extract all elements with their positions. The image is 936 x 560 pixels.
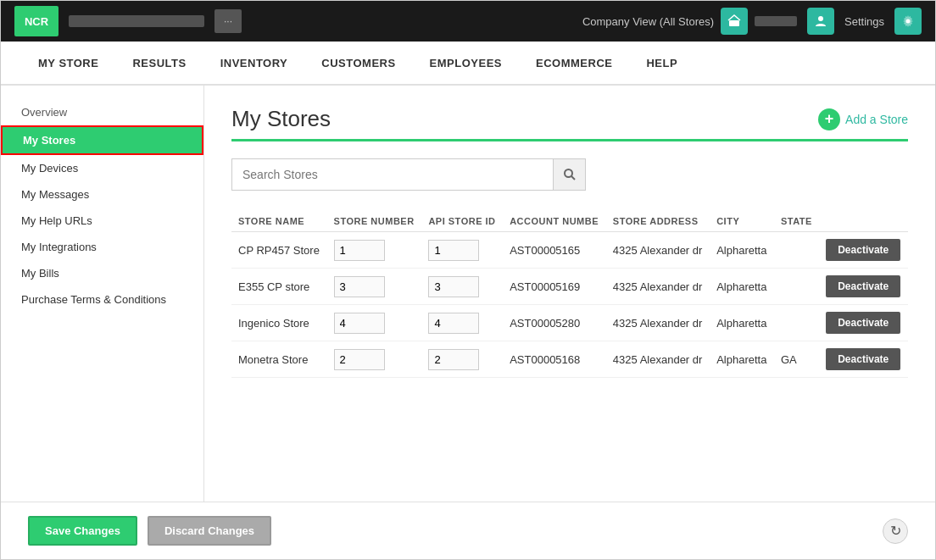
- svg-line-4: [571, 176, 575, 180]
- nav-item-employees[interactable]: EMPLOYEES: [413, 41, 519, 85]
- api-store-id-input[interactable]: [428, 240, 479, 261]
- table-row: Ingenico Store AST00005280 4325 Alexande…: [231, 305, 908, 341]
- sidebar-item-my-devices[interactable]: My Devices: [1, 155, 203, 181]
- store-address-cell: 4325 Alexander dr: [606, 305, 710, 341]
- ellipsis-icon: ···: [224, 15, 232, 27]
- svg-point-3: [565, 169, 572, 177]
- main-header: My Stores + Add a Store: [231, 106, 908, 132]
- add-store-plus-icon: +: [818, 108, 840, 130]
- navbar: MY STORE RESULTS INVENTORY CUSTOMERS EMP…: [1, 42, 935, 86]
- gear-icon: [901, 14, 915, 28]
- stores-table: STORE NAME STORE NUMBER API STORE ID ACC…: [231, 211, 908, 378]
- api-store-id-input[interactable]: [428, 349, 479, 370]
- account-number-cell: AST00005168: [503, 341, 606, 378]
- nav-item-inventory[interactable]: INVENTORY: [203, 41, 305, 85]
- city-cell: Alpharetta: [710, 341, 774, 378]
- store-address-cell: 4325 Alexander dr: [606, 232, 710, 269]
- nav-item-customers[interactable]: CUSTOMERS: [304, 41, 412, 85]
- api-store-id-cell: [421, 305, 503, 341]
- store-icon: [727, 14, 741, 28]
- api-store-id-cell: [421, 232, 503, 269]
- state-cell: GA: [774, 341, 819, 378]
- company-view: Company View (All Stores): [582, 8, 797, 35]
- logo-text: NCR: [25, 15, 48, 28]
- user-name-blurred: [755, 16, 797, 26]
- sidebar-item-my-help-urls[interactable]: My Help URLs: [1, 208, 203, 234]
- api-store-id-input[interactable]: [428, 313, 479, 334]
- deactivate-button[interactable]: Deactivate: [826, 239, 900, 261]
- action-cell: Deactivate: [819, 341, 908, 378]
- account-number-cell: AST00005280: [503, 305, 606, 341]
- sidebar-item-overview: Overview: [1, 99, 203, 125]
- store-address-cell: 4325 Alexander dr: [606, 341, 710, 378]
- topbar: NCR ··· Company View (All Stores) Settin…: [1, 1, 935, 42]
- menu-icon-btn[interactable]: ···: [214, 9, 242, 33]
- nav-item-ecommerce[interactable]: ECOMMERCE: [519, 41, 629, 85]
- nav-item-help[interactable]: HELP: [629, 41, 694, 85]
- sidebar-item-my-bills[interactable]: My Bills: [1, 260, 203, 286]
- sidebar-item-my-stores[interactable]: My Stores: [1, 125, 203, 155]
- nav-item-results[interactable]: RESULTS: [115, 41, 203, 85]
- settings-label: Settings: [844, 15, 884, 28]
- table-row: E355 CP store AST00005169 4325 Alexander…: [231, 269, 908, 305]
- account-number-cell: AST00005165: [503, 232, 606, 269]
- store-number-input[interactable]: [334, 240, 385, 261]
- store-name-cell: CP RP457 Store: [231, 232, 327, 269]
- state-cell: [774, 305, 819, 341]
- state-cell: [774, 232, 819, 269]
- store-number-cell: [327, 305, 422, 341]
- store-number-input[interactable]: [334, 349, 385, 370]
- sidebar-item-purchase-terms[interactable]: Purchase Terms & Conditions: [1, 286, 203, 313]
- sidebar-item-my-integrations[interactable]: My Integrations: [1, 234, 203, 260]
- green-divider: [231, 139, 908, 141]
- add-store-label: Add a Store: [845, 113, 908, 126]
- store-address-cell: 4325 Alexander dr: [606, 269, 710, 305]
- store-number-cell: [327, 341, 422, 378]
- add-store-button[interactable]: + Add a Store: [818, 108, 908, 130]
- city-cell: Alpharetta: [710, 269, 774, 305]
- deactivate-button[interactable]: Deactivate: [826, 348, 900, 370]
- footer: Save Changes Discard Changes ↻: [1, 502, 935, 559]
- refresh-icon: ↻: [890, 523, 901, 539]
- city-cell: Alpharetta: [710, 232, 774, 269]
- city-cell: Alpharetta: [710, 305, 774, 341]
- col-header-state: STATE: [774, 211, 819, 232]
- store-number-input[interactable]: [334, 313, 385, 334]
- discard-changes-button[interactable]: Discard Changes: [148, 516, 271, 546]
- api-store-id-input[interactable]: [428, 276, 479, 297]
- search-icon: [563, 168, 577, 181]
- settings-icon-btn[interactable]: [894, 8, 922, 35]
- nav-item-my-store[interactable]: MY STORE: [21, 41, 115, 85]
- deactivate-button[interactable]: Deactivate: [826, 275, 900, 297]
- refresh-button[interactable]: ↻: [883, 518, 908, 544]
- save-changes-button[interactable]: Save Changes: [28, 516, 137, 546]
- table-row: CP RP457 Store AST00005165 4325 Alexande…: [231, 232, 908, 269]
- store-number-input[interactable]: [334, 276, 385, 297]
- ncr-logo: NCR: [14, 6, 58, 36]
- action-cell: Deactivate: [819, 305, 908, 341]
- deactivate-button[interactable]: Deactivate: [826, 312, 900, 334]
- svg-point-1: [818, 16, 823, 21]
- store-name-cell: E355 CP store: [231, 269, 327, 305]
- app-window: NCR ··· Company View (All Stores) Settin…: [0, 0, 936, 560]
- user-icon-btn[interactable]: [807, 8, 834, 35]
- store-number-cell: [327, 269, 422, 305]
- col-header-api-store-id: API STORE ID: [421, 211, 503, 232]
- store-name-blurred: [69, 15, 204, 27]
- col-header-store-number: STORE NUMBER: [327, 211, 422, 232]
- col-header-city: CITY: [710, 211, 774, 232]
- svg-rect-0: [729, 20, 739, 26]
- store-name-cell: Monetra Store: [231, 341, 327, 378]
- api-store-id-cell: [421, 269, 503, 305]
- company-view-icon-btn[interactable]: [721, 8, 748, 35]
- action-cell: Deactivate: [819, 269, 908, 305]
- search-button[interactable]: [554, 158, 586, 191]
- store-name-cell: Ingenico Store: [231, 305, 327, 341]
- api-store-id-cell: [421, 341, 503, 378]
- content-area: Overview My Stores My Devices My Message…: [1, 86, 935, 502]
- state-cell: [774, 269, 819, 305]
- main-content: My Stores + Add a Store: [204, 86, 935, 502]
- search-input[interactable]: [231, 158, 554, 191]
- sidebar-item-my-messages[interactable]: My Messages: [1, 181, 203, 208]
- col-header-action: [819, 211, 908, 232]
